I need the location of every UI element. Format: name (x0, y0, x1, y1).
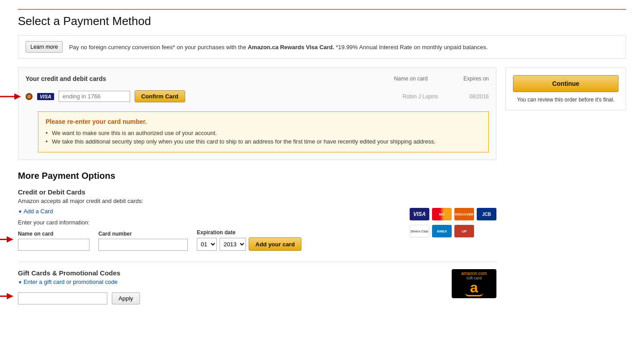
promo-banner: Learn more Pay no foreign currency conve… (18, 35, 626, 59)
card-number-input[interactable] (59, 91, 130, 102)
gift-card-input[interactable] (18, 292, 107, 304)
warning-item-1: We want to make sure this is an authoriz… (46, 129, 481, 137)
col-name-header: Name on card (394, 76, 428, 82)
card-row: VISA Confirm Card Robin J Lupins 08/2016 (25, 88, 489, 105)
more-options-title: More Payment Options (18, 171, 496, 181)
unionpay-logo: UP (454, 225, 474, 237)
card-form-row: Name on card Card number Expiration date (18, 229, 301, 251)
col-expires-header: Expires on (463, 76, 489, 82)
warning-title: Please re-enter your card number. (46, 118, 481, 125)
amex-logo: AMEX (432, 225, 452, 237)
learn-more-button[interactable]: Learn more (25, 41, 63, 53)
name-field: Name on card (18, 231, 89, 251)
card-number-field: Card number (98, 231, 188, 251)
credit-debit-section: Credit or Debit Cards Amazon accepts all… (18, 188, 496, 251)
name-label: Name on card (18, 231, 89, 237)
red-arrow-gift-card (0, 291, 13, 301)
red-arrow-warning (0, 91, 21, 102)
page-title: Select a Payment Method (18, 9, 626, 28)
promo-text: Pay no foreign currency conversion fees*… (69, 44, 487, 51)
visa-logo: VISA (37, 93, 54, 100)
card-form: Enter your card information: (18, 219, 301, 251)
card-name-value: Robin J Lupins (402, 93, 438, 100)
card-radio[interactable] (25, 93, 33, 100)
apply-button[interactable]: Apply (112, 292, 140, 304)
cards-header: Your credit and debit cards Name on card… (25, 75, 489, 82)
red-arrow-card-form (0, 234, 13, 245)
expiry-label: Expiration date (197, 229, 301, 236)
credit-debit-desc: Amazon accepts all major credit and debi… (18, 198, 496, 204)
diners-logo: Diners Club (410, 225, 429, 237)
cards-section: Your credit and debit cards Name on card… (18, 68, 496, 160)
review-text: You can review this order before it's fi… (513, 97, 619, 103)
amazon-gc-logo: amazon.com Gift card a (452, 269, 496, 298)
confirm-card-button[interactable]: Confirm Card (135, 90, 185, 102)
add-card-button[interactable]: Add your card (249, 237, 301, 251)
svg-marker-1 (14, 93, 21, 100)
card-number-label: Card number (98, 231, 188, 237)
add-card-link[interactable]: Add a Card (18, 208, 53, 215)
month-select[interactable]: 01020304 05060708 09101112 (197, 238, 217, 251)
warning-box: Please re-enter your card number. We wan… (38, 111, 489, 152)
discover-logo: DISCOVER (454, 208, 474, 220)
svg-marker-5 (7, 293, 13, 299)
name-input[interactable] (18, 239, 89, 251)
continue-panel: Continue You can review this order befor… (505, 68, 626, 110)
card-expires-value: 08/2016 (470, 93, 489, 100)
gift-card-link[interactable]: Enter a gift card or promotional code (18, 279, 118, 285)
continue-button[interactable]: Continue (513, 75, 619, 92)
expiry-selects: 01020304 05060708 09101112 2013201420152… (197, 237, 301, 251)
warning-list: We want to make sure this is an authoriz… (46, 129, 481, 146)
expiry-group: Expiration date 01020304 05060708 091011… (197, 229, 301, 251)
svg-marker-3 (7, 237, 13, 243)
gift-input-row: Apply (18, 292, 140, 304)
card-form-label: Enter your card information: (18, 219, 301, 226)
credit-debit-subtitle: Credit or Debit Cards (18, 188, 496, 196)
year-select[interactable]: 2013201420152016 2017201820192020 (220, 238, 246, 251)
jcb-logo: JCB (477, 208, 496, 220)
card-logos-container: VISA MC DISCOVER JCB Diners Club AMEX UP (410, 208, 496, 237)
new-card-number-input[interactable] (98, 239, 188, 251)
gift-cards-section: Gift Cards & Promotional Codes Enter a g… (18, 269, 496, 304)
cards-section-title: Your credit and debit cards (25, 75, 394, 82)
visa-card-logo: VISA (410, 208, 429, 220)
warning-item-2: We take this additional security step on… (46, 137, 481, 146)
mastercard-logo: MC (432, 208, 452, 220)
gift-cards-subtitle: Gift Cards & Promotional Codes (18, 269, 140, 277)
